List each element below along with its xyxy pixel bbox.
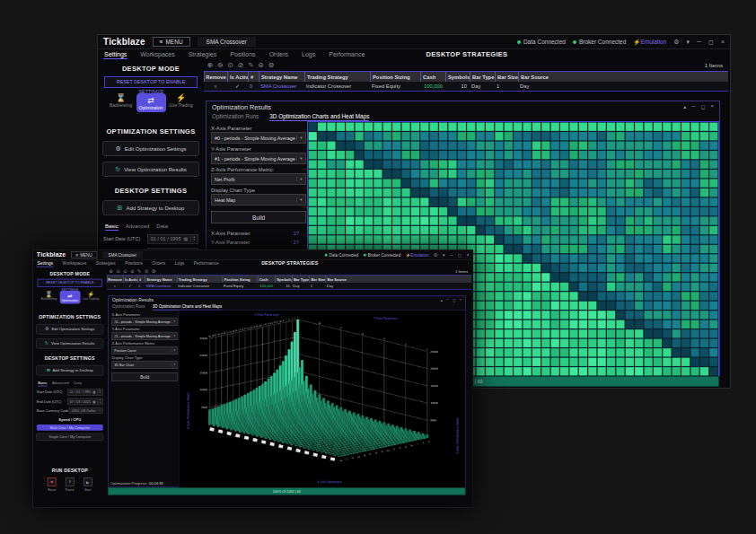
hcell[interactable]: Cash bbox=[420, 72, 445, 82]
rcell[interactable]: 1 bbox=[309, 283, 325, 289]
edit-optimization-button[interactable]: ⚙Edit Optimization Settings bbox=[36, 324, 103, 335]
navtab[interactable]: Settings bbox=[103, 50, 127, 59]
strategy-row[interactable]: x✓0SMA CrossoverIndicator CrossoverFixed… bbox=[204, 82, 728, 92]
maximize-button[interactable]: ◻ bbox=[458, 252, 462, 258]
mode-live-trading[interactable]: ⚡Live Trading bbox=[166, 93, 196, 108]
chart-type-select[interactable]: 3D Bar Chart▾ bbox=[111, 361, 178, 369]
hcell[interactable]: # bbox=[248, 72, 259, 82]
close-button[interactable]: × bbox=[467, 252, 470, 257]
hcell[interactable]: # bbox=[137, 276, 145, 283]
stab[interactable]: Advanced bbox=[126, 223, 150, 231]
stab[interactable]: Advanced bbox=[52, 381, 69, 387]
hcell[interactable]: Trading Strategy bbox=[177, 276, 223, 283]
navtab[interactable]: Settings bbox=[37, 260, 54, 267]
add-icon[interactable]: ⊕ bbox=[110, 268, 113, 274]
z-metric-select[interactable]: Net Profit▾ bbox=[211, 173, 306, 185]
emulation-status[interactable]: ⚡Emulation bbox=[633, 39, 666, 46]
hcell[interactable]: Position Sizing bbox=[370, 72, 420, 82]
hcell[interactable]: Trading Strategy bbox=[304, 72, 370, 82]
y-axis-select[interactable]: #1 - periods - Simple Moving Average▾ bbox=[111, 332, 178, 340]
document-tab[interactable]: SMA Crossover bbox=[198, 37, 256, 47]
hcell[interactable]: Symbols bbox=[275, 276, 292, 283]
start-date-input[interactable]: 01 / 01 / 1995▦▴▾ bbox=[67, 389, 103, 396]
rcell[interactable]: 10 bbox=[275, 283, 292, 289]
start-date-input[interactable]: 01 / 01 / 1995▦▴▾ bbox=[147, 234, 198, 244]
add-strategy-button[interactable]: ⊞Add Strategy to Desktop bbox=[36, 365, 103, 376]
rcell[interactable]: Day bbox=[292, 283, 309, 289]
mode-backtesting[interactable]: ⌛Backtesting bbox=[39, 291, 59, 301]
rcell[interactable]: 100,000 bbox=[258, 283, 275, 289]
rcell[interactable]: SMA Crossover bbox=[145, 283, 176, 289]
enable-icon[interactable]: ⊙ bbox=[228, 61, 233, 69]
hcell[interactable]: Is Active bbox=[227, 72, 248, 82]
tab-optimization-runs[interactable]: Optimization Runs bbox=[112, 304, 145, 310]
rcell[interactable]: 1 bbox=[495, 82, 518, 91]
document-tab[interactable]: SMA Crossover bbox=[102, 251, 143, 258]
rcell[interactable]: Fixed Equity bbox=[223, 283, 258, 289]
menu-button[interactable]: ≡MENU bbox=[71, 251, 97, 258]
3d-bar-chart[interactable] bbox=[179, 311, 465, 488]
remove-icon[interactable]: ⊖ bbox=[116, 268, 119, 274]
rcell[interactable]: Indicator Crossover bbox=[177, 283, 223, 289]
maximize-button[interactable]: ◻ bbox=[701, 103, 706, 109]
rcell[interactable]: ✓ bbox=[123, 283, 137, 289]
hcell[interactable]: Strategy Name bbox=[259, 72, 304, 82]
gear-icon[interactable]: ⚙ bbox=[673, 39, 679, 46]
pin-icon[interactable]: ▾ bbox=[687, 39, 690, 46]
hcell[interactable]: Strategy Name bbox=[145, 276, 176, 283]
minimize-button[interactable]: ─ bbox=[691, 103, 695, 109]
enable-icon[interactable]: ⊙ bbox=[123, 268, 127, 274]
view-results-button[interactable]: ↻View Optimization Results bbox=[102, 162, 199, 177]
hcell[interactable]: Bar Type bbox=[292, 276, 309, 283]
stab[interactable]: Data bbox=[74, 381, 82, 387]
view-results-button[interactable]: ↻View Optimization Results bbox=[36, 338, 103, 349]
edit-icon[interactable]: ✎ bbox=[248, 61, 253, 69]
add-icon[interactable]: ⊕ bbox=[207, 61, 213, 69]
reset-button[interactable]: ■Reset bbox=[46, 477, 58, 491]
navtab[interactable]: Workspaces bbox=[139, 50, 175, 58]
multi-core-button[interactable]: Multi-Core / My Computer bbox=[37, 425, 103, 431]
date-stepper[interactable]: ▴▾ bbox=[98, 399, 101, 404]
stab[interactable]: Data bbox=[156, 223, 168, 231]
hcell[interactable]: Position Sizing bbox=[223, 276, 258, 283]
rcell[interactable]: SMA Crossover bbox=[259, 82, 304, 91]
edit-optimization-button[interactable]: ⚙Edit Optimization Settings bbox=[102, 141, 199, 156]
navtab[interactable]: Workspaces bbox=[62, 261, 87, 267]
mode-optimization[interactable]: ⇄Optimization bbox=[59, 291, 80, 304]
start-button[interactable]: ▶Start bbox=[82, 477, 94, 491]
rcell[interactable]: Fixed Equity bbox=[370, 82, 420, 91]
calendar-icon[interactable]: ▦ bbox=[183, 236, 188, 241]
hcell[interactable]: Bar Size bbox=[495, 72, 518, 82]
rcell[interactable]: Indicator Crossover bbox=[304, 82, 370, 91]
maximize-button[interactable]: ◻ bbox=[453, 298, 455, 302]
y-axis-select[interactable]: #1 - periods - Simple Moving Average▾ bbox=[211, 153, 306, 164]
hcell[interactable]: Bar Size bbox=[309, 276, 325, 283]
hcell[interactable]: Is Active bbox=[123, 276, 137, 283]
x-axis-select[interactable]: #0 - periods - Simple Moving Average▾ bbox=[111, 318, 178, 326]
end-date-input[interactable]: 07 / 03 / 2021▦▴▾ bbox=[67, 398, 103, 406]
edit-icon[interactable]: ✎ bbox=[137, 268, 141, 274]
rcell[interactable]: x bbox=[107, 283, 123, 289]
mode-optimization[interactable]: ⇄Optimization bbox=[136, 93, 166, 112]
minimize-button[interactable]: ─ bbox=[697, 39, 701, 45]
pin-icon[interactable]: ▴ bbox=[441, 298, 443, 302]
date-stepper[interactable]: ▴▾ bbox=[98, 390, 101, 395]
clone-icon[interactable]: ⊜ bbox=[258, 61, 263, 69]
maximize-button[interactable]: ◻ bbox=[708, 39, 714, 46]
z-metric-select[interactable]: Position Count▾ bbox=[111, 346, 178, 355]
hcell[interactable]: Bar Source bbox=[325, 276, 471, 283]
reset-desktop-button[interactable]: RESET DESKTOP TO ENABLE SETTINGS bbox=[104, 76, 198, 88]
rcell[interactable]: Day bbox=[518, 82, 728, 91]
pin-icon[interactable]: ▴ bbox=[683, 103, 686, 109]
hcell[interactable]: Remove bbox=[204, 72, 227, 82]
chart-type-select[interactable]: Heat Map▾ bbox=[211, 194, 306, 206]
minimize-button[interactable]: ─ bbox=[450, 252, 453, 257]
rcell[interactable]: 0 bbox=[248, 82, 259, 91]
emulation-status[interactable]: ⚡Emulation bbox=[406, 252, 429, 258]
pin-icon[interactable]: ▾ bbox=[443, 252, 444, 258]
build-button[interactable]: Build bbox=[111, 372, 178, 381]
rcell[interactable]: 0 bbox=[137, 283, 145, 289]
rcell[interactable]: 100,000 bbox=[420, 82, 445, 91]
hcell[interactable]: Symbols bbox=[445, 72, 470, 82]
date-stepper[interactable]: ▴▾ bbox=[190, 236, 195, 242]
